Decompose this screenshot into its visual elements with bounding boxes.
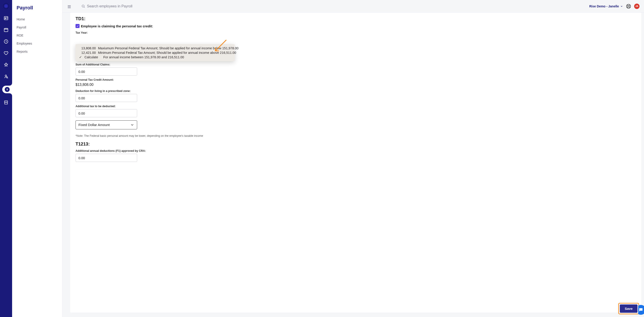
payroll-rail-active[interactable] xyxy=(2,86,12,93)
calendar-icon[interactable] xyxy=(4,27,8,32)
org-switcher[interactable]: Rise Demo - Janelle xyxy=(589,5,623,8)
tax-year-label: Tax Year: xyxy=(76,31,636,34)
avatar[interactable]: JA xyxy=(634,4,640,9)
store-icon[interactable] xyxy=(4,100,8,105)
icon-rail xyxy=(0,0,12,317)
sum-claims-label: Sum of Additional Claims: xyxy=(76,63,636,66)
ptc-label: Personal Tax Credit Amount: xyxy=(76,78,636,81)
zone-input[interactable] xyxy=(76,94,137,102)
svg-point-8 xyxy=(628,6,629,7)
personal-tax-credit-label: Employee is claiming the personal tax cr… xyxy=(81,24,153,28)
dollar-icon xyxy=(5,87,10,92)
heart-icon[interactable] xyxy=(4,51,8,56)
people-icon[interactable] xyxy=(4,16,8,21)
personal-tax-credit-row: Employee is claiming the personal tax cr… xyxy=(76,24,636,28)
svg-point-1 xyxy=(5,18,6,18)
dropdown-option-max[interactable]: 13,808.00 Maxiumum Personal Federal Tax … xyxy=(78,46,232,51)
personal-tax-credit-checkbox[interactable] xyxy=(76,24,80,28)
t1213-heading: T1213: xyxy=(76,141,636,147)
content: TD1: Employee is claiming the personal t… xyxy=(62,13,644,317)
sidebar-item-reports[interactable]: Reports xyxy=(12,48,62,56)
dropdown-option-min[interactable]: 12,421.00 Minimum Personal Federal Tax A… xyxy=(78,51,232,55)
sidebar-item-payroll[interactable]: Payroll xyxy=(12,23,62,31)
deduction-type-select[interactable]: Fixed Dollar Amount xyxy=(76,120,137,129)
chevron-down-icon xyxy=(130,123,134,127)
deduction-type-value: Fixed Dollar Amount xyxy=(78,123,110,127)
chevron-down-icon xyxy=(620,5,623,8)
option-check-selected: ✓ xyxy=(79,55,82,59)
help-icon[interactable] xyxy=(626,4,631,9)
sidebar-nav: Home Payroll ROE Employees Reports xyxy=(12,15,62,56)
save-highlight: Save xyxy=(618,303,639,314)
svg-point-7 xyxy=(626,4,630,8)
td1-heading: TD1: xyxy=(76,16,636,21)
svg-point-6 xyxy=(82,5,84,7)
menu-icon[interactable] xyxy=(67,5,72,8)
sum-claims-input[interactable] xyxy=(76,68,137,76)
main: Rise Demo - Janelle JA TD1: Employee is … xyxy=(62,0,644,317)
search-input[interactable] xyxy=(87,4,176,8)
sidebar-item-employees[interactable]: Employees xyxy=(12,40,62,48)
zone-label: Deduction for living in a prescribed zon… xyxy=(76,90,636,93)
federal-note: *Note: The Federal basic personal amount… xyxy=(76,134,636,137)
clock-icon[interactable] xyxy=(4,39,8,44)
svg-point-5 xyxy=(6,77,8,78)
svg-point-4 xyxy=(5,75,6,76)
search-wrap xyxy=(74,4,586,8)
f1-input[interactable] xyxy=(76,154,137,162)
addl-tax-input[interactable] xyxy=(76,109,137,117)
sidebar-item-roe[interactable]: ROE xyxy=(12,31,62,40)
sidebar-item-home[interactable]: Home xyxy=(12,15,62,23)
star-icon[interactable] xyxy=(4,62,8,67)
sidebar: Payroll Home Payroll ROE Employees Repor… xyxy=(12,0,62,317)
form-card: TD1: Employee is claiming the personal t… xyxy=(70,13,641,312)
tax-amount-dropdown[interactable]: 13,808.00 Maxiumum Personal Federal Tax … xyxy=(76,44,234,61)
save-button[interactable]: Save xyxy=(620,304,638,313)
logo-icon[interactable] xyxy=(3,3,9,9)
person-search-icon[interactable] xyxy=(4,74,8,79)
search-icon xyxy=(81,4,85,8)
topbar: Rise Demo - Janelle JA xyxy=(62,0,644,13)
ptc-value: $13,808.00 xyxy=(76,83,636,87)
check-icon xyxy=(76,25,79,27)
svg-rect-2 xyxy=(4,29,8,32)
org-name: Rise Demo - Janelle xyxy=(589,5,619,8)
dropdown-option-calculate[interactable]: ✓ Calculate For annual income between 15… xyxy=(78,55,232,59)
addl-tax-label: Additional tax to be deducted: xyxy=(76,105,636,108)
sidebar-title: Payroll xyxy=(12,4,62,15)
f1-label: Additional annual deductions (F1) approv… xyxy=(76,149,636,152)
